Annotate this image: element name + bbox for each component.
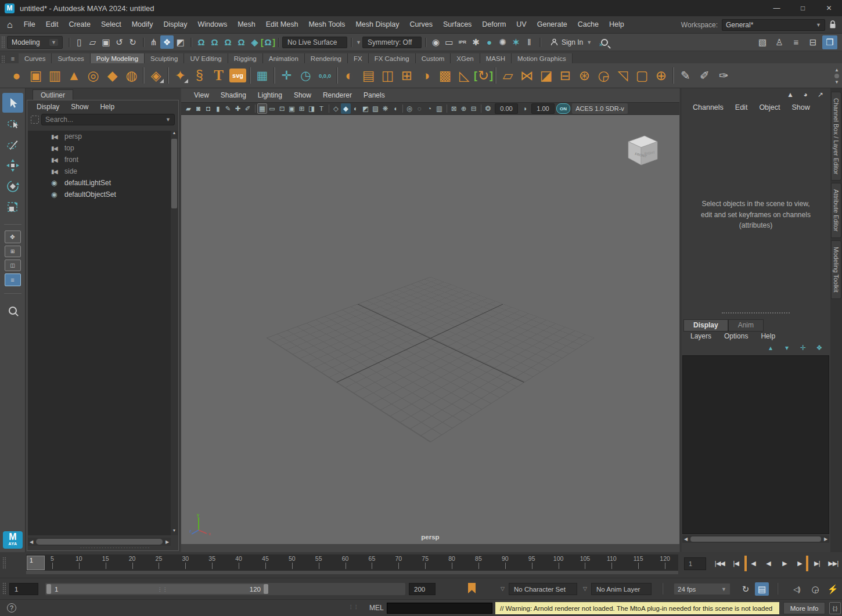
range-end-handle[interactable] (264, 584, 268, 594)
poly-sphere-icon[interactable]: ● (7, 66, 26, 85)
outliner-vertical-scrollbar[interactable]: ▲ ▼ (171, 131, 178, 535)
timeline-tick[interactable]: 95 (519, 554, 545, 570)
fps-select[interactable]: 24 fps ▼ (674, 583, 731, 595)
modeling-toolkit-icon[interactable]: ▧ (755, 35, 770, 49)
camera-attributes-icon[interactable]: ◘ (203, 103, 213, 114)
scroll-down-icon[interactable]: ▼ (171, 528, 178, 535)
snap-to-curve-icon[interactable]: Ω (208, 35, 221, 49)
svg-tool-icon[interactable] (228, 66, 247, 85)
shelf-tab[interactable]: XGen (451, 53, 480, 63)
layer-editor-tab[interactable]: Anim (728, 319, 764, 332)
four-view-layout-button[interactable]: ⊞ (5, 246, 21, 257)
mirror-icon[interactable]: ◑ (416, 66, 436, 85)
edit-curve-icon[interactable]: ✐ (695, 66, 714, 85)
shadows-icon[interactable]: ◖ (390, 103, 400, 114)
poly-disc-icon[interactable]: ◍ (122, 66, 141, 85)
menu-item[interactable]: Mesh (232, 16, 261, 33)
playhead[interactable]: 1 (27, 556, 45, 570)
shelf-tab[interactable]: Custom (416, 53, 451, 63)
zoom-layout-icon[interactable] (2, 301, 23, 320)
group-separator[interactable] (537, 37, 542, 48)
timeline-tick[interactable]: 120 (652, 554, 678, 570)
scroll-right-icon[interactable]: ▶ (164, 539, 171, 545)
shelf-tab[interactable]: Curves (19, 53, 52, 63)
rotate-tool[interactable] (2, 176, 23, 196)
circularize-icon[interactable]: ⊛ (575, 66, 594, 85)
viewport-menu-item[interactable]: View (188, 91, 215, 99)
select-component-icon[interactable]: ◩ (174, 35, 187, 49)
drag-grip[interactable]: ⋮⋮ (348, 604, 359, 610)
shelf-tab[interactable]: Sculpting (145, 53, 184, 63)
shelf-divider[interactable] (272, 66, 277, 85)
chevron-down-icon[interactable]: ▽ (501, 586, 505, 592)
timeline-tick[interactable]: 90 (492, 554, 519, 570)
timeline-tick[interactable]: 115 (625, 554, 652, 570)
symmetry-field[interactable]: Symmetry: Off (362, 37, 422, 48)
shelf-tab[interactable]: MASH (480, 53, 512, 63)
multisampling-icon[interactable]: ▥ (434, 103, 444, 114)
more-info-button[interactable]: More Info (783, 602, 825, 614)
resolution-gate-icon[interactable]: ⊡ (277, 103, 287, 114)
sidebar-vertical-tab[interactable]: Channel Box / Layer Editor (831, 92, 841, 181)
group-separator[interactable] (188, 37, 193, 48)
help-icon[interactable]: ? (7, 603, 16, 613)
modeling-toolkit-grid-icon[interactable]: ▦ (253, 66, 272, 85)
channel-box-menu-item[interactable]: Show (789, 102, 814, 113)
animation-end-field[interactable]: 200 (409, 583, 436, 595)
animation-preferences-icon[interactable]: ▤ (755, 582, 769, 596)
outliner-tab[interactable]: Outliner (33, 89, 73, 101)
timeline-tick[interactable]: 35 (199, 554, 225, 570)
viewport-menu-item[interactable]: Lighting (252, 91, 288, 99)
select-hierarchy-icon[interactable]: ⋔ (147, 35, 160, 49)
grid-toggle-icon[interactable]: ▦ (257, 103, 267, 114)
timeline-tick[interactable]: 25 (146, 554, 172, 570)
timeline-tick[interactable]: 15 (92, 554, 119, 570)
maximize-button[interactable]: □ (790, 0, 816, 16)
grid-fill-icon[interactable]: ▩ (436, 66, 455, 85)
menu-set-select[interactable]: Modeling ▼ (7, 36, 63, 49)
render-setup-icon[interactable]: ● (483, 35, 496, 49)
range-drag-handle[interactable]: ⋮⋮ (157, 587, 168, 592)
step-back-frame-button[interactable]: |◀ (728, 556, 743, 571)
scroll-up-icon[interactable]: ▲ (171, 131, 178, 138)
separate-icon[interactable]: ◫ (378, 66, 397, 85)
delete-history-icon[interactable]: ◷ (296, 66, 315, 85)
layer-list-area[interactable] (682, 355, 829, 534)
snap-to-view-plane-icon[interactable]: ◈ (248, 35, 261, 49)
separator[interactable] (326, 103, 331, 114)
use-default-material-icon[interactable]: ▨ (370, 103, 380, 114)
menu-item[interactable]: Select (96, 16, 127, 33)
menu-item[interactable]: Edit (41, 16, 64, 33)
poly-cone-icon[interactable]: ▲ (64, 66, 84, 85)
outliner-menu-item[interactable]: Show (66, 102, 93, 112)
shelf-tab[interactable]: Motion Graphics (512, 53, 573, 63)
outliner-item-front[interactable]: ▮◀ front (28, 154, 171, 165)
smooth-shade-icon[interactable]: ◆ (341, 103, 351, 114)
sphere-projection-icon[interactable]: ⊕ (652, 66, 671, 85)
separator[interactable] (444, 103, 449, 114)
motion-blur-icon[interactable]: ◔ (424, 103, 434, 114)
extrude-icon[interactable]: ▱ (498, 66, 517, 85)
menu-item[interactable]: Curves (404, 16, 438, 33)
group-separator[interactable] (348, 37, 354, 48)
render-settings-icon[interactable]: ✱ (469, 35, 483, 49)
warning-message[interactable]: // Warning: Arnold renderer not loaded. … (495, 602, 779, 614)
focus-selection-icon[interactable] (31, 116, 39, 124)
script-editor-icon[interactable]: {;} (829, 602, 841, 614)
shelf-divider[interactable] (334, 66, 340, 85)
group-separator[interactable] (276, 37, 281, 48)
occlusion-icon[interactable]: ◎ (405, 103, 415, 114)
shelf-tab[interactable]: Animation (263, 53, 305, 63)
film-gate-icon[interactable]: ▭ (267, 103, 277, 114)
go-to-start-button[interactable]: |◀◀ (712, 556, 727, 571)
move-layer-down-icon[interactable]: ▾ (782, 344, 792, 352)
timeline-tick[interactable]: 30 (172, 554, 199, 570)
shelf-tab[interactable]: FX Caching (369, 53, 416, 63)
menu-item[interactable]: Edit Mesh (261, 16, 304, 33)
viewport-menu-item[interactable]: Renderer (317, 91, 358, 99)
time-slider-groove[interactable] (26, 571, 678, 574)
viewport-menu-item[interactable]: Show (288, 91, 317, 99)
shelf-scroll[interactable]: ▲ ▼ (833, 63, 841, 88)
hud-icon[interactable]: T (316, 103, 326, 114)
snap-to-point-icon[interactable]: Ω (221, 35, 235, 49)
